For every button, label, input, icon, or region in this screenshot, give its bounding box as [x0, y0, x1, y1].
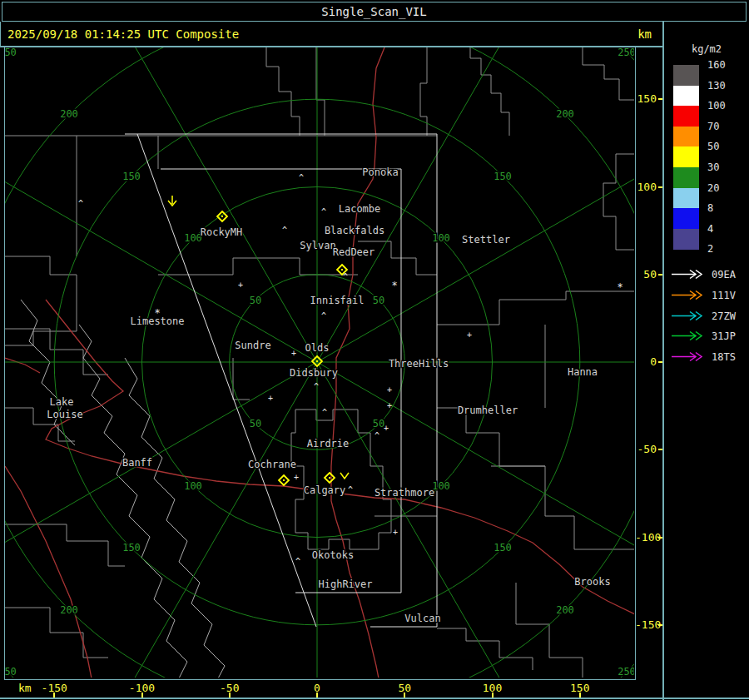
track-legend-row-09EA: 09EA: [664, 268, 749, 281]
radar-site-center-dot: [221, 216, 223, 217]
y-tick-label: 100: [635, 181, 657, 193]
town-point-marker: ^: [299, 173, 304, 182]
legend-color-block-20: [673, 188, 699, 209]
ring-distance-label: 100: [184, 232, 202, 244]
town-point-marker: +: [387, 401, 392, 410]
legend-color-block-50: [673, 146, 699, 167]
town-point-marker: *: [154, 307, 160, 319]
town-point-marker: ^: [321, 311, 326, 320]
legend-unit-label: kg/m2: [664, 43, 749, 55]
city-label-okotoks: Okotoks: [312, 549, 355, 561]
town-point-marker: ^: [321, 207, 326, 216]
ring-distance-label: 200: [60, 108, 78, 120]
town-point-marker: +: [393, 528, 398, 537]
city-label-stettler: Stettler: [462, 234, 510, 246]
city-label-vulcan: Vulcan: [404, 613, 440, 624]
city-label-banff: Banff: [122, 457, 152, 469]
y-tick-label: 50: [635, 268, 657, 280]
legend-color-block-160: [673, 65, 699, 86]
x-tick-mark: [53, 693, 55, 698]
track-id-label: 31JP: [712, 330, 736, 342]
legend-threshold-label: 100: [707, 100, 744, 112]
town-point-marker: ^: [322, 408, 327, 417]
city-label-cochrane: Cochrane: [248, 459, 296, 470]
town-point-marker: ^: [78, 199, 83, 208]
city-label-brooks: Brooks: [574, 576, 610, 588]
ring-distance-label: 200: [556, 108, 574, 120]
town-point-marker: +: [238, 280, 243, 290]
y-tick-label: -150: [635, 618, 657, 631]
ring-distance-label: 100: [432, 232, 450, 244]
x-tick-mark: [229, 693, 231, 698]
legend-color-block-70: [673, 127, 699, 147]
ring-distance-label: 250: [0, 47, 17, 58]
city-label-louise: Louise: [47, 409, 82, 420]
y-tick-label: 150: [635, 92, 657, 105]
city-label-lake: Lake: [50, 396, 74, 408]
legend-color-block-130: [673, 86, 699, 107]
y-tick-label: 0: [635, 355, 657, 368]
track-legend-row-27ZW: 27ZW: [664, 310, 749, 323]
track-legend-row-111V: 111V: [664, 289, 749, 302]
ring-distance-label: 50: [250, 295, 261, 306]
y-axis: 150100500-50-100-150: [635, 0, 663, 700]
city-label-rockymh: RockyMH: [201, 226, 243, 238]
town-point-marker: ^: [348, 485, 353, 494]
radar-site-center-dot: [316, 360, 318, 362]
y-tick-mark: [658, 449, 662, 450]
legend-threshold-label: 30: [707, 161, 744, 173]
town-point-marker: +: [467, 330, 472, 340]
town-point-marker: ^: [314, 382, 319, 391]
ring-distance-label: 200: [60, 604, 78, 616]
city-label-innisfail: Innisfail: [310, 295, 364, 306]
town-point-marker: *: [617, 281, 623, 293]
city-label-hanna: Hanna: [568, 366, 598, 378]
city-label-sylvan: Sylvan: [300, 240, 335, 251]
ring-distance-label: 250: [618, 47, 636, 58]
legend-color-block-30: [673, 167, 699, 188]
ring-distance-label: 150: [122, 171, 141, 182]
x-tick-mark: [141, 693, 143, 698]
x-tick-mark: [492, 693, 494, 698]
ring-distance-label: 50: [373, 295, 384, 306]
ring-distance-label: 50: [250, 418, 261, 429]
city-label-highriver: HighRiver: [318, 578, 372, 590]
town-point-marker: *: [391, 280, 397, 291]
y-tick-mark: [658, 98, 662, 100]
radar-site-center-dot: [341, 269, 343, 271]
city-label-drumheller: Drumheller: [458, 405, 518, 416]
ring-distance-label: 250: [618, 666, 636, 678]
x-tick-mark: [404, 693, 405, 698]
y-tick-mark: [658, 186, 662, 188]
radar-site-center-dot: [329, 477, 330, 479]
ring-distance-label: 200: [556, 604, 574, 616]
ring-distance-label: 150: [494, 542, 512, 554]
track-id-label: 27ZW: [712, 310, 736, 322]
city-label-blackfalds: Blackfalds: [325, 225, 384, 236]
town-point-marker: +: [294, 473, 299, 482]
city-label-reddeer: RedDeer: [333, 246, 375, 258]
y-tick-label: -100: [635, 531, 657, 544]
legend-color-block-100: [673, 106, 699, 127]
town-point-marker: ^: [374, 431, 379, 440]
town-point-marker: +: [268, 394, 273, 403]
track-arrow-icon: [671, 351, 709, 362]
y-tick-mark: [658, 537, 662, 539]
city-label-olds: Olds: [305, 342, 330, 354]
ring-distance-label: 150: [494, 171, 512, 182]
ring-distance-label: 100: [432, 480, 450, 492]
legend-threshold-label: 20: [707, 182, 744, 194]
town-point-marker: ^: [295, 557, 300, 566]
legend-threshold-label: 160: [707, 59, 744, 71]
track-arrow-icon: [671, 330, 709, 341]
storm-arrow-marker: [168, 196, 176, 206]
legend-threshold-label: 70: [707, 121, 744, 132]
track-id-label: 111V: [712, 290, 736, 301]
ring-distance-label: 100: [184, 480, 202, 492]
track-legend-row-31JP: 31JP: [664, 330, 749, 343]
city-label-strathmore: Strathmore: [374, 487, 434, 499]
x-tick-mark: [316, 693, 318, 698]
town-point-marker: ^: [282, 226, 287, 235]
x-axis: km -150-100-50050100150: [0, 678, 662, 698]
track-id-label: 09EA: [712, 269, 736, 280]
